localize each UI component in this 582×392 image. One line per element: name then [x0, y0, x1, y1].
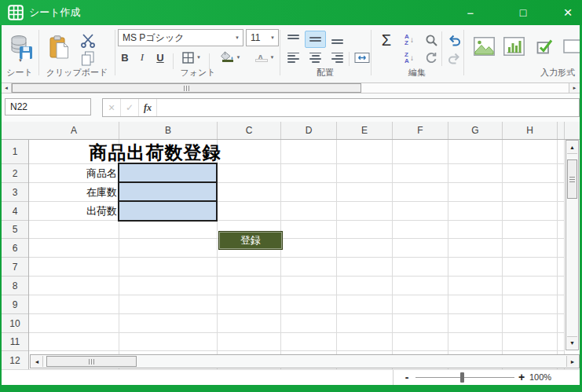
scroll-up-button[interactable]: ▲ [567, 141, 577, 154]
row-header-12[interactable]: 12 [2, 351, 28, 369]
horizontal-scroll-thumb[interactable] [46, 356, 137, 367]
ribbon-scroll-thumb[interactable] [12, 83, 361, 93]
column-header-G[interactable]: G [448, 122, 503, 139]
clipboard-group-label: クリップボード [41, 67, 113, 78]
align-right-button[interactable] [327, 49, 348, 66]
column-header-F[interactable]: F [393, 122, 448, 139]
row-header-8[interactable]: 8 [2, 277, 28, 295]
group-separator [280, 30, 280, 75]
font-name-combo[interactable]: MS Pゴシック ▼ [118, 29, 243, 46]
grid-line-horizontal [29, 332, 565, 333]
register-button[interactable]: 登録 [218, 231, 283, 250]
formula-enter-button[interactable]: ✓ [121, 99, 139, 116]
fill-color-button[interactable]: ▼ [215, 49, 245, 66]
column-header-A[interactable]: A [29, 122, 119, 139]
scroll-right-button[interactable]: ► [566, 356, 578, 367]
insert-function-button[interactable]: fx [139, 99, 157, 116]
maximize-button[interactable]: □ [511, 0, 536, 25]
thumb-grip-icon [569, 177, 575, 182]
cut-button[interactable] [77, 31, 99, 50]
scroll-right-icon: ► [570, 359, 576, 365]
insert-picture-button[interactable] [470, 33, 498, 60]
ribbon-scroll-right-button[interactable]: ► [569, 83, 580, 93]
sort-descending-icon: ZA ↓ [404, 52, 414, 64]
formula-cancel-button[interactable]: × [103, 99, 121, 116]
row-header-3[interactable]: 3 [2, 183, 28, 202]
align-center-button[interactable] [305, 49, 326, 66]
cell-field-label-3: 出荷数 [29, 202, 120, 221]
align-top-button[interactable] [283, 31, 304, 48]
font-group-label: フォント [118, 67, 278, 78]
bold-button[interactable]: B [116, 49, 134, 66]
vertical-scrollbar[interactable]: ▲ ▼ [566, 140, 579, 350]
underline-button[interactable]: U [151, 49, 170, 66]
sum-button[interactable]: Σ [375, 30, 397, 50]
font-color-button[interactable]: A ▼ [248, 49, 280, 66]
sort-descending-button[interactable]: ZA ↓ [399, 49, 419, 67]
title-bar[interactable]: シート作成 − □ × [0, 0, 582, 25]
fill-color-caret-icon: ▼ [236, 55, 241, 60]
align-middle-icon [309, 35, 321, 45]
search-button[interactable] [421, 31, 441, 49]
column-header-partial[interactable] [558, 122, 565, 139]
merge-cells-button[interactable] [352, 49, 372, 66]
align-left-button[interactable] [283, 49, 304, 66]
row-header-4[interactable]: 4 [2, 202, 28, 221]
row-header-2[interactable]: 2 [2, 164, 28, 183]
align-left-icon [287, 53, 299, 63]
column-header-B[interactable]: B [119, 122, 218, 139]
database-save-icon [9, 35, 33, 60]
ribbon-scroll-left-button[interactable]: ◄ [2, 83, 12, 93]
column-header-E[interactable]: E [337, 122, 393, 139]
horizontal-scrollbar[interactable]: ◄ ► [30, 354, 580, 368]
cell-field-label-1: 商品名 [29, 164, 120, 183]
undo-button[interactable] [445, 31, 463, 49]
refresh-button[interactable] [421, 49, 441, 67]
row-header-1[interactable]: 1 [2, 140, 28, 164]
vertical-scroll-thumb[interactable] [567, 159, 577, 199]
align-bottom-button[interactable] [327, 31, 348, 48]
align-top-icon [287, 35, 299, 45]
group-separator [463, 30, 464, 75]
undo-icon [448, 34, 461, 46]
zoom-out-button[interactable]: - [401, 370, 413, 385]
paste-button[interactable] [44, 29, 75, 65]
row-header-7[interactable]: 7 [2, 258, 28, 277]
row-header-10[interactable]: 10 [2, 314, 28, 333]
row-header-6[interactable]: 6 [2, 239, 28, 258]
scroll-left-button[interactable]: ◄ [31, 356, 43, 367]
ribbon-scrollbar[interactable]: ◄ ► [2, 82, 580, 93]
input-cells-B2-B4[interactable] [118, 163, 218, 222]
minimize-button[interactable]: − [458, 0, 483, 25]
column-header-D[interactable]: D [281, 122, 337, 139]
row-header-9[interactable]: 9 [2, 295, 28, 314]
redo-button[interactable] [445, 49, 463, 67]
zoom-slider-track[interactable] [415, 377, 514, 378]
cell-field-label-2: 在庫数 [29, 183, 120, 202]
borders-caret-icon: ▼ [196, 55, 201, 60]
font-color-bar [255, 59, 268, 62]
scroll-up-icon: ▲ [569, 145, 575, 150]
copy-button[interactable] [77, 49, 99, 68]
formula-input[interactable] [157, 99, 579, 116]
column-header-C[interactable]: C [218, 122, 281, 139]
row-header-5[interactable]: 5 [2, 221, 28, 239]
grid-line-vertical [502, 140, 503, 369]
zoom-in-button[interactable]: + [515, 370, 528, 385]
sort-ascending-button[interactable]: AZ ↓ [399, 31, 419, 49]
italic-button[interactable]: I [134, 49, 151, 66]
borders-button[interactable]: ▼ [178, 49, 206, 66]
zoom-slider-thumb[interactable] [460, 372, 464, 383]
font-size-combo[interactable]: 11 ▼ [246, 29, 279, 46]
insert-chart-button[interactable] [500, 33, 528, 60]
ribbon: ▼ シート クリップボード MS [0, 25, 582, 82]
row-header-11[interactable]: 11 [2, 333, 28, 351]
close-button[interactable]: × [555, 0, 580, 25]
scroll-down-button[interactable]: ▼ [567, 336, 577, 349]
column-header-H[interactable]: H [503, 122, 558, 139]
align-middle-button[interactable] [305, 31, 326, 48]
cell-reference-box[interactable] [5, 98, 91, 115]
insert-button-control-button[interactable] [561, 35, 582, 58]
insert-checkbox-button[interactable] [533, 35, 558, 58]
spreadsheet-grid[interactable]: 商品出荷数登録 商品名在庫数出荷数 登録 ABCDEFGH 1234567891… [2, 122, 580, 369]
